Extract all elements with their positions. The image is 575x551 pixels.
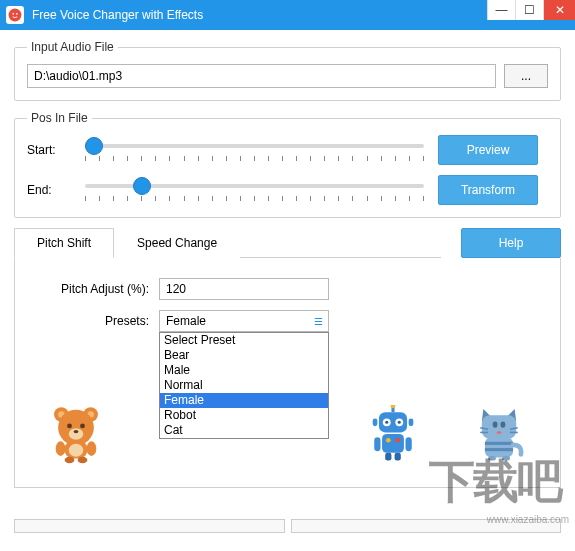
svg-point-23 bbox=[385, 421, 388, 424]
svg-point-1 bbox=[12, 13, 14, 15]
svg-rect-27 bbox=[382, 434, 404, 453]
pitch-adjust-input[interactable] bbox=[159, 278, 329, 300]
svg-point-13 bbox=[69, 444, 84, 457]
titlebar: Free Voice Changer with Effects — ☐ ✕ bbox=[0, 0, 575, 30]
help-button[interactable]: Help bbox=[461, 228, 561, 258]
svg-rect-37 bbox=[493, 422, 498, 428]
window-title: Free Voice Changer with Effects bbox=[32, 8, 487, 22]
watermark-url: www.xiazaiba.com bbox=[487, 514, 569, 525]
presets-selected: Female bbox=[166, 314, 206, 328]
window-controls: — ☐ ✕ bbox=[487, 0, 575, 30]
svg-point-15 bbox=[86, 441, 96, 456]
preset-option[interactable]: Male bbox=[160, 363, 328, 378]
pitch-adjust-label: Pitch Adjust (%): bbox=[29, 282, 159, 296]
svg-point-8 bbox=[67, 423, 72, 428]
svg-rect-31 bbox=[406, 437, 412, 451]
svg-point-2 bbox=[16, 13, 18, 15]
preset-option[interactable]: Bear bbox=[160, 348, 328, 363]
svg-point-19 bbox=[391, 405, 396, 408]
end-slider-wrap bbox=[85, 176, 424, 204]
position-legend: Pos In File bbox=[27, 111, 92, 125]
preset-option[interactable]: Normal bbox=[160, 378, 328, 393]
svg-point-17 bbox=[78, 457, 88, 464]
tab-speed-change[interactable]: Speed Change bbox=[114, 228, 240, 258]
preset-option[interactable]: Cat bbox=[160, 423, 328, 438]
start-label: Start: bbox=[27, 143, 71, 157]
close-button[interactable]: ✕ bbox=[543, 0, 575, 20]
svg-point-14 bbox=[56, 441, 66, 456]
svg-rect-26 bbox=[409, 418, 414, 426]
preview-button[interactable]: Preview bbox=[438, 135, 538, 165]
transform-button[interactable]: Transform bbox=[438, 175, 538, 205]
position-group: Pos In File Start: Preview End: Transfor… bbox=[14, 111, 561, 218]
minimize-button[interactable]: — bbox=[487, 0, 515, 20]
svg-point-28 bbox=[386, 438, 391, 443]
robot-icon[interactable] bbox=[363, 399, 423, 469]
watermark-text: 下载吧 bbox=[429, 451, 561, 513]
svg-rect-25 bbox=[373, 418, 378, 426]
presets-combobox[interactable]: Female ☰ Select Preset Bear Male Normal … bbox=[159, 310, 329, 332]
start-slider-wrap bbox=[85, 136, 424, 164]
svg-rect-38 bbox=[501, 422, 506, 428]
svg-point-39 bbox=[497, 431, 502, 434]
app-icon bbox=[6, 6, 24, 24]
status-bar-left bbox=[14, 519, 285, 533]
start-slider[interactable] bbox=[85, 144, 424, 148]
presets-label: Presets: bbox=[29, 314, 159, 328]
svg-point-24 bbox=[398, 421, 401, 424]
end-slider[interactable] bbox=[85, 184, 424, 188]
svg-point-7 bbox=[58, 410, 94, 446]
svg-rect-45 bbox=[485, 442, 513, 445]
svg-point-0 bbox=[9, 9, 22, 22]
tab-pitch-shift[interactable]: Pitch Shift bbox=[14, 228, 114, 258]
svg-point-9 bbox=[80, 423, 85, 428]
svg-rect-33 bbox=[395, 453, 401, 461]
end-label: End: bbox=[27, 183, 71, 197]
input-file-legend: Input Audio File bbox=[27, 40, 118, 54]
svg-rect-32 bbox=[385, 453, 391, 461]
presets-dropdown-list[interactable]: Select Preset Bear Male Normal Female Ro… bbox=[159, 332, 329, 439]
svg-point-29 bbox=[396, 438, 401, 443]
status-bars bbox=[14, 519, 561, 533]
svg-rect-30 bbox=[375, 437, 381, 451]
audio-path-input[interactable] bbox=[27, 64, 496, 88]
svg-rect-36 bbox=[482, 415, 516, 438]
bear-icon[interactable] bbox=[46, 399, 106, 469]
svg-point-11 bbox=[73, 430, 78, 433]
hamburger-icon: ☰ bbox=[314, 316, 322, 327]
preset-option-selected[interactable]: Female bbox=[160, 393, 328, 408]
browse-button[interactable]: ... bbox=[504, 64, 548, 88]
svg-point-16 bbox=[65, 457, 75, 464]
input-file-group: Input Audio File ... bbox=[14, 40, 561, 101]
preset-option[interactable]: Robot bbox=[160, 408, 328, 423]
maximize-button[interactable]: ☐ bbox=[515, 0, 543, 20]
preset-option[interactable]: Select Preset bbox=[160, 333, 328, 348]
tabstrip: Pitch Shift Speed Change bbox=[14, 228, 441, 258]
